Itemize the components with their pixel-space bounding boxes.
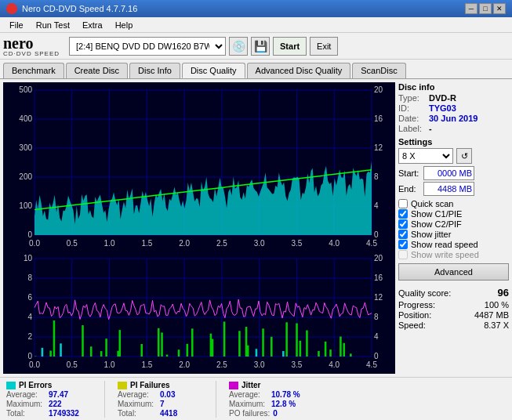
quick-scan-label: Quick scan: [411, 199, 453, 208]
read-speed-checkbox[interactable]: [398, 240, 408, 249]
pi-errors-avg-value: 97.47: [49, 390, 92, 399]
pi-errors-total-value: 1749332: [49, 409, 92, 418]
jitter-stat-label: Jitter: [241, 381, 260, 389]
end-mb-input[interactable]: 4488 MB: [423, 182, 474, 196]
pi-errors-group: PI Errors Average: 97.47 Maximum: 222 To…: [6, 381, 92, 418]
jitter-max: Maximum: 12.8 %: [229, 400, 316, 408]
settings-title: Settings: [398, 137, 509, 147]
disc-info-title: Disc info: [398, 82, 509, 92]
speed-row: 8 X4 X2 X ↺: [398, 148, 509, 164]
jitter-color: [229, 382, 238, 389]
save-icon[interactable]: 💾: [251, 37, 270, 56]
disc-type-row: Type: DVD-R: [398, 93, 509, 103]
pi-errors-label: PI Errors: [19, 381, 52, 389]
pi-failures-max: Maximum: 7: [118, 400, 203, 408]
position-row: Position: 4487 MB: [398, 310, 509, 320]
speed-value: 8.37 X: [484, 320, 509, 330]
disc-date-row: Date: 30 Jun 2019: [398, 114, 509, 123]
tab-disc-info[interactable]: Disc Info: [129, 63, 180, 78]
position-value: 4487 MB: [474, 310, 509, 320]
right-panel: Disc info Type: DVD-R ID: TYG03 Date: 30…: [398, 79, 512, 377]
speed-label: Speed:: [398, 320, 426, 330]
end-mb-label: End:: [398, 184, 420, 194]
tab-scandisc[interactable]: ScanDisc: [352, 63, 405, 78]
write-speed-label: Show write speed: [411, 250, 479, 259]
pi-failures-avg: Average: 0.03: [118, 390, 203, 399]
type-value: DVD-R: [429, 93, 456, 103]
c1pie-label: Show C1/PIE: [411, 209, 462, 219]
title-bar: Nero CD-DVD Speed 4.7.7.16 ─ □ ✕: [0, 0, 512, 17]
pi-failures-total-label: Total:: [118, 409, 157, 418]
pi-errors-max-label: Maximum:: [6, 400, 45, 408]
pi-failures-avg-value: 0.03: [160, 390, 203, 399]
pi-errors-color: [6, 382, 16, 389]
write-speed-checkbox: [398, 250, 408, 259]
start-row: Start: 0000 MB: [398, 166, 509, 180]
refresh-icon[interactable]: ↺: [456, 148, 472, 164]
speed-selector[interactable]: 8 X4 X2 X: [398, 148, 453, 164]
pi-failures-total-value: 4418: [160, 409, 203, 418]
pi-errors-header: PI Errors: [6, 381, 92, 389]
settings-section: Settings 8 X4 X2 X ↺ Start: 0000 MB End:…: [398, 137, 509, 281]
type-label: Type:: [398, 93, 426, 103]
menu-help[interactable]: Help: [109, 19, 140, 31]
menu-run-test[interactable]: Run Test: [30, 19, 76, 31]
jitter-avg-value: 10.78 %: [271, 390, 314, 399]
minimize-button[interactable]: ─: [465, 3, 478, 14]
exit-button[interactable]: Exit: [310, 37, 338, 56]
pi-errors-avg-label: Average:: [6, 390, 45, 399]
tab-disc-quality[interactable]: Disc Quality: [182, 63, 245, 78]
title-bar-left: Nero CD-DVD Speed 4.7.7.16: [6, 3, 137, 14]
disc-label-row: Label: -: [398, 124, 509, 133]
jitter-max-label: Maximum:: [229, 400, 268, 408]
c2pif-row: Show C2/PIF: [398, 219, 509, 229]
date-label: Date:: [398, 114, 426, 123]
main-content: Disc info Type: DVD-R ID: TYG03 Date: 30…: [0, 79, 512, 377]
read-speed-row: Show read speed: [398, 240, 509, 249]
pi-errors-max: Maximum: 222: [6, 400, 92, 408]
upper-chart: [3, 82, 395, 252]
upper-chart-wrapper: [3, 82, 395, 252]
pi-errors-total: Total: 1749332: [6, 409, 92, 418]
disc-icon[interactable]: 💿: [229, 37, 248, 56]
end-row: End: 4488 MB: [398, 182, 509, 196]
pi-failures-avg-label: Average:: [118, 390, 157, 399]
tab-create-disc[interactable]: Create Disc: [66, 63, 128, 78]
c1pie-checkbox[interactable]: [398, 209, 408, 219]
label-label: Label:: [398, 124, 426, 133]
maximize-button[interactable]: □: [479, 3, 492, 14]
logo-area: nero CD·DVD SPEED: [3, 35, 60, 57]
c2pif-checkbox[interactable]: [398, 219, 408, 229]
progress-label: Progress:: [398, 300, 435, 310]
jitter-avg: Average: 10.78 %: [229, 390, 316, 399]
divider-1: [104, 381, 105, 418]
jitter-group: Jitter Average: 10.78 % Maximum: 12.8 % …: [229, 381, 316, 418]
progress-row: Progress: 100 %: [398, 300, 509, 310]
start-mb-input[interactable]: 0000 MB: [423, 166, 474, 180]
menu-file[interactable]: File: [3, 19, 30, 31]
quick-scan-checkbox[interactable]: [398, 199, 408, 208]
start-button[interactable]: Start: [273, 37, 307, 56]
advanced-button[interactable]: Advanced: [398, 263, 509, 281]
logo-cdvd: CD·DVD SPEED: [3, 51, 60, 57]
date-value: 30 Jun 2019: [429, 114, 478, 123]
menu-extra[interactable]: Extra: [76, 19, 109, 31]
tab-advanced-disc-quality[interactable]: Advanced Disc Quality: [247, 63, 351, 78]
title-bar-buttons: ─ □ ✕: [465, 3, 506, 14]
jitter-avg-label: Average:: [229, 390, 268, 399]
pi-failures-max-label: Maximum:: [118, 400, 157, 408]
quality-score-label: Quality score:: [398, 288, 451, 298]
c2pif-label: Show C2/PIF: [411, 219, 462, 229]
tab-benchmark[interactable]: Benchmark: [3, 63, 64, 78]
jitter-header: Jitter: [229, 381, 316, 389]
drive-selector[interactable]: [2:4] BENQ DVD DD DW1620 B7W9: [69, 37, 226, 56]
start-mb-label: Start:: [398, 168, 420, 178]
jitter-checkbox[interactable]: [398, 230, 408, 239]
jitter-label: Show jitter: [411, 230, 451, 239]
pi-failures-header: PI Failures: [118, 381, 203, 389]
title-bar-text: Nero CD-DVD Speed 4.7.7.16: [22, 4, 137, 13]
pi-failures-total: Total: 4418: [118, 409, 203, 418]
close-button[interactable]: ✕: [493, 3, 506, 14]
pi-failures-max-value: 7: [160, 400, 203, 408]
pi-errors-max-value: 222: [49, 400, 92, 408]
